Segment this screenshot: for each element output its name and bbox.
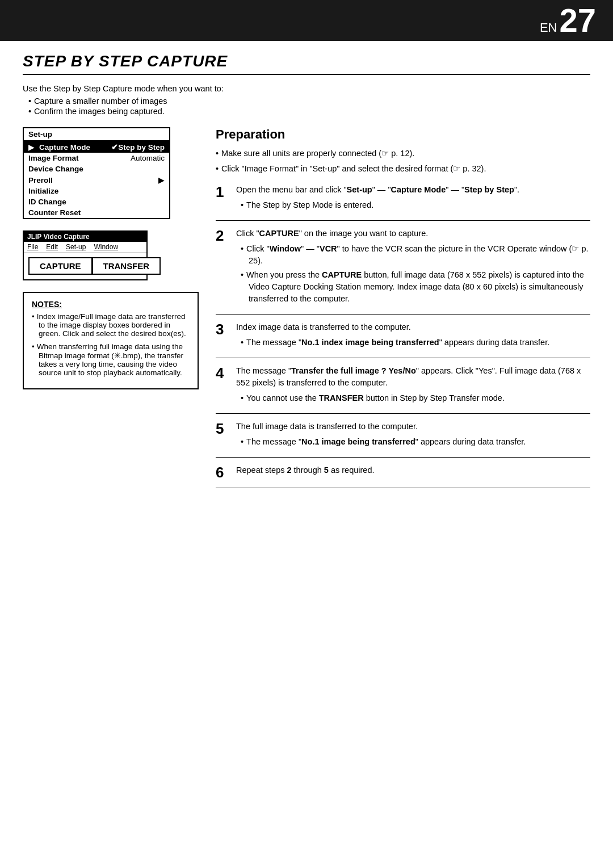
step-2-main: Click "CAPTURE" on the image you want to…	[236, 228, 590, 240]
capture-mode-label: Capture Mode	[39, 143, 111, 152]
en-label: EN	[540, 20, 557, 35]
notes-list: Index image/Full image data are transfer…	[32, 312, 190, 377]
step-5-content: The full image data is transferred to th…	[236, 421, 590, 450]
preparation-heading: Preparation	[216, 127, 590, 142]
step-4-sub: You cannot use the TRANSFER button in St…	[236, 392, 590, 404]
step-4-content: The message "Transfer the full image ? Y…	[236, 365, 590, 406]
step-1-number: 1	[216, 184, 229, 213]
preroll-arrow: ▶	[158, 175, 165, 184]
menu-edit[interactable]: Edit	[46, 243, 58, 251]
step-6: 6 Repeat steps 2 through 5 as required.	[216, 458, 590, 488]
step-6-number: 6	[216, 464, 229, 481]
intro-lead: Use the Step by Step Capture mode when y…	[23, 84, 590, 93]
setup-menu-row-image-format: Image Format Automatic	[24, 153, 169, 163]
step-3-sub: The message "No.1 index image being tran…	[236, 337, 590, 349]
step-5-number: 5	[216, 421, 229, 450]
jlip-window: JLIP Video Capture File Edit Set-up Wind…	[23, 230, 148, 280]
step-2: 2 Click "CAPTURE" on the image you want …	[216, 221, 590, 315]
counter-reset-label: Counter Reset	[28, 208, 165, 217]
right-column: Preparation Make sure all units are prop…	[216, 127, 590, 488]
image-format-label: Image Format	[28, 154, 131, 162]
jlip-menu-bar: File Edit Set-up Window	[24, 242, 146, 253]
step-5-sub: The message "No.1 image being transferre…	[236, 436, 590, 448]
step-4: 4 The message "Transfer the full image ?…	[216, 358, 590, 414]
intro-bullets: Capture a smaller number of images Confi…	[23, 97, 590, 116]
step-3-content: Index image data is transferred to the c…	[236, 321, 590, 351]
notes-item-1: Index image/Full image data are transfer…	[32, 312, 190, 338]
step-6-main: Repeat steps 2 through 5 as required.	[236, 464, 590, 476]
step-5: 5 The full image data is transferred to …	[216, 414, 590, 458]
setup-menu: Set-up ▶ Capture Mode ✔Step by Step Imag…	[23, 127, 170, 219]
setup-menu-row-device: Device Change	[24, 163, 169, 174]
notes-item-2: When transferring full image data using …	[32, 342, 190, 377]
step-1: 1 Open the menu bar and click "Set-up" —…	[216, 184, 590, 221]
step-4-main: The message "Transfer the full image ? Y…	[236, 365, 590, 389]
step-2-sub: Click "Window" — "VCR" to have the VCR s…	[236, 243, 590, 305]
notes-title: NOTES:	[32, 300, 190, 309]
step-2-number: 2	[216, 228, 229, 307]
step-1-sub-1: The Step by Step Mode is entered.	[241, 199, 590, 211]
jlip-title-bar: JLIP Video Capture	[24, 232, 146, 242]
step-2-sub-1: Click "Window" — "VCR" to have the VCR s…	[241, 243, 590, 267]
notes-box: NOTES: Index image/Full image data are t…	[23, 292, 199, 389]
step-1-main: Open the menu bar and click "Set-up" — "…	[236, 184, 590, 196]
left-column: Set-up ▶ Capture Mode ✔Step by Step Imag…	[23, 127, 199, 389]
step-1-sub: The Step by Step Mode is entered.	[236, 199, 590, 211]
step-3: 3 Index image data is transferred to the…	[216, 315, 590, 358]
step-3-main: Index image data is transferred to the c…	[236, 321, 590, 333]
prep-bullet-2: Click "Image Format" in "Set-up" and sel…	[216, 163, 590, 175]
intro-bullet-2: Confirm the images being captured.	[28, 107, 590, 116]
step-3-number: 3	[216, 321, 229, 351]
image-format-value: Automatic	[131, 154, 165, 162]
id-change-label: ID Change	[28, 198, 165, 206]
page-title: STEP BY STEP CAPTURE	[23, 52, 590, 75]
step-2-content: Click "CAPTURE" on the image you want to…	[236, 228, 590, 307]
step-1-content: Open the menu bar and click "Set-up" — "…	[236, 184, 590, 213]
main-content: STEP BY STEP CAPTURE Use the Step by Ste…	[0, 41, 613, 511]
transfer-button[interactable]: TRANSFER	[92, 257, 161, 275]
setup-menu-title: Set-up	[24, 128, 169, 141]
setup-menu-row-id-change: ID Change	[24, 196, 169, 207]
menu-window[interactable]: Window	[94, 243, 118, 251]
setup-menu-row-initialize: Initialize	[24, 186, 169, 196]
top-banner: EN 27	[0, 0, 613, 41]
initialize-label: Initialize	[28, 187, 165, 195]
step-5-main: The full image data is transferred to th…	[236, 421, 590, 433]
step-4-number: 4	[216, 365, 229, 406]
capture-button[interactable]: CAPTURE	[28, 257, 92, 275]
menu-setup[interactable]: Set-up	[66, 243, 86, 251]
setup-menu-row-capture: ▶ Capture Mode ✔Step by Step	[24, 141, 169, 153]
preroll-label: Preroll	[28, 176, 158, 184]
step-3-sub-1: The message "No.1 index image being tran…	[241, 337, 590, 349]
steps-list: 1 Open the menu bar and click "Set-up" —…	[216, 184, 590, 488]
capture-mode-value: ✔Step by Step	[111, 142, 165, 152]
jlip-button-row: CAPTURE TRANSFER	[24, 253, 146, 279]
intro-bullet-1: Capture a smaller number of images	[28, 97, 590, 106]
step-6-content: Repeat steps 2 through 5 as required.	[236, 464, 590, 481]
menu-file[interactable]: File	[27, 243, 38, 251]
step-5-sub-1: The message "No.1 image being transferre…	[241, 436, 590, 448]
step-2-sub-2: When you press the CAPTURE button, full …	[241, 269, 590, 305]
two-column-layout: Set-up ▶ Capture Mode ✔Step by Step Imag…	[23, 127, 590, 488]
capture-mode-arrow: ▶	[28, 142, 35, 152]
page-number: 27	[559, 4, 596, 37]
setup-menu-row-counter-reset: Counter Reset	[24, 207, 169, 218]
device-change-label: Device Change	[28, 165, 165, 173]
step-4-sub-1: You cannot use the TRANSFER button in St…	[241, 392, 590, 404]
prep-bullet-1: Make sure all units are properly connect…	[216, 148, 590, 160]
setup-menu-row-preroll: Preroll ▶	[24, 174, 169, 186]
preparation-bullets: Make sure all units are properly connect…	[216, 148, 590, 175]
